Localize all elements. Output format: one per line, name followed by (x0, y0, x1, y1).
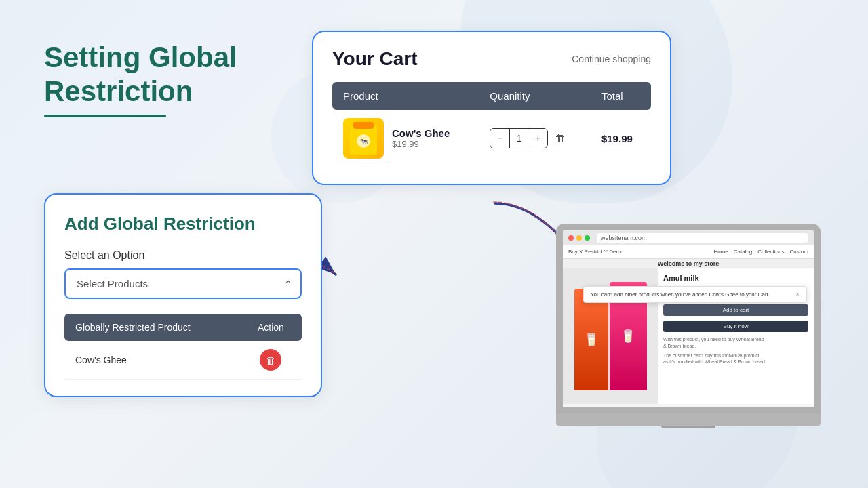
col-product: Product (332, 82, 479, 110)
laptop-mockup: websitenam.com Buy X Restrict Y Demo Hom… (556, 224, 848, 481)
title-underline (44, 115, 166, 117)
cart-table: Product Quanitity Total 🐄 (332, 82, 651, 167)
quantity-value: 1 (509, 129, 528, 148)
cart-table-body: 🐄 Cow's Ghee $19.99 − 1 (332, 110, 651, 167)
laptop-screen: websitenam.com Buy X Restrict Y Demo Hom… (556, 224, 821, 413)
desc-line4: as it's bundled with Wheat Bread & Brown… (663, 359, 808, 365)
page-title: Setting Global Restriction (44, 41, 237, 109)
action-cell: 🗑 (240, 341, 302, 380)
col-total: Total (591, 82, 651, 110)
cart-table-head: Product Quanitity Total (332, 82, 651, 110)
product-info: 🐄 Cow's Ghee $19.99 (343, 118, 468, 159)
page-title-block: Setting Global Restriction (44, 41, 237, 117)
trash-icon: 🗑 (266, 354, 276, 366)
restricted-product-name: Cow's Ghee (64, 341, 240, 380)
products-select[interactable]: Select Products (64, 268, 302, 299)
cart-table-header-row: Product Quanitity Total (332, 82, 651, 110)
restriction-panel: Add Global Restriction Select an Option … (44, 193, 322, 397)
restriction-table-head: Globally Restricted Product Action (64, 314, 302, 341)
restriction-table-body: Cow's Ghee 🗑 (64, 341, 302, 380)
product-text: Cow's Ghee $19.99 (392, 127, 450, 149)
col-restricted-product: Globally Restricted Product (64, 314, 240, 341)
cart-panel: Your Cart Continue shopping Product Quan… (312, 30, 671, 185)
nav-catalog[interactable]: Catalog (734, 249, 753, 255)
table-row: 🐄 Cow's Ghee $19.99 − 1 (332, 110, 651, 167)
total-cell: $19.99 (591, 110, 651, 167)
quantity-control: − 1 + (490, 128, 548, 148)
notification-text: You can't add other products when you've… (591, 291, 768, 298)
desc-line1: With this product, you need to buy Wheat… (663, 336, 808, 343)
desc-line3: The customer can't buy this individual p… (663, 352, 808, 359)
select-option-label: Select an Option (64, 249, 302, 262)
browser-url-bar[interactable]: websitenam.com (597, 233, 808, 243)
product-unit-price: $19.99 (392, 139, 450, 149)
browser-buy-now-button[interactable]: Buy it now (663, 321, 808, 332)
table-row: Cow's Ghee 🗑 (64, 341, 302, 380)
quantity-increase-button[interactable]: + (528, 129, 547, 148)
notification-close-button[interactable]: × (795, 291, 800, 298)
quantity-wrapper: − 1 + 🗑 (490, 128, 580, 148)
col-quantity: Quanitity (479, 82, 591, 110)
browser-nav: Buy X Restrict Y Demo Home Catalog Colle… (563, 245, 814, 259)
restriction-table-header-row: Globally Restricted Product Action (64, 314, 302, 341)
nav-collections[interactable]: Collections (757, 249, 784, 255)
quantity-decrease-button[interactable]: − (490, 129, 509, 148)
delete-restriction-button[interactable]: 🗑 (260, 349, 281, 371)
svg-rect-1 (353, 122, 374, 129)
ghee-image-icon: 🐄 (347, 119, 380, 157)
browser-product-description: With this product, you need to buy Wheat… (663, 336, 808, 365)
cart-item-delete-button[interactable]: 🗑 (555, 132, 566, 144)
notification-banner: You can't add other products when you've… (583, 286, 807, 303)
browser-maximize-dot (585, 235, 590, 241)
laptop-base (556, 413, 821, 426)
browser-close-dot (568, 235, 574, 241)
restriction-panel-title: Add Global Restriction (64, 214, 302, 235)
col-action: Action (240, 314, 302, 341)
product-bottle-1: 🥛 (574, 289, 608, 390)
quantity-cell: − 1 + 🗑 (479, 110, 591, 167)
product-image: 🐄 (343, 118, 384, 159)
nav-custom[interactable]: Custom (789, 249, 808, 255)
desc-line2: & Brown bread. (663, 343, 808, 350)
url-text: websitenam.com (601, 235, 647, 241)
browser-add-to-cart-button[interactable]: Add to cart (663, 304, 808, 316)
product-name: Cow's Ghee (392, 127, 450, 139)
browser-content: Buy X Restrict Y Demo Home Catalog Colle… (563, 245, 814, 407)
browser-minimize-dot (576, 235, 582, 241)
select-wrapper: Select Products ⌃ (64, 268, 302, 299)
product-cell: 🐄 Cow's Ghee $19.99 (332, 110, 479, 167)
cart-header: Your Cart Continue shopping (332, 48, 651, 70)
restriction-table: Globally Restricted Product Action Cow's… (64, 314, 302, 380)
svg-text:🐄: 🐄 (359, 137, 368, 146)
browser-bar: websitenam.com (563, 230, 814, 245)
nav-home[interactable]: Home (713, 249, 728, 255)
browser-product-name: Amul milk (663, 274, 808, 282)
nav-brand: Buy X Restrict Y Demo (568, 249, 624, 255)
store-welcome: Welcome to my store (563, 259, 814, 268)
continue-shopping-link[interactable]: Continue shopping (572, 54, 651, 64)
item-total: $19.99 (601, 133, 640, 144)
cart-title: Your Cart (332, 48, 418, 70)
